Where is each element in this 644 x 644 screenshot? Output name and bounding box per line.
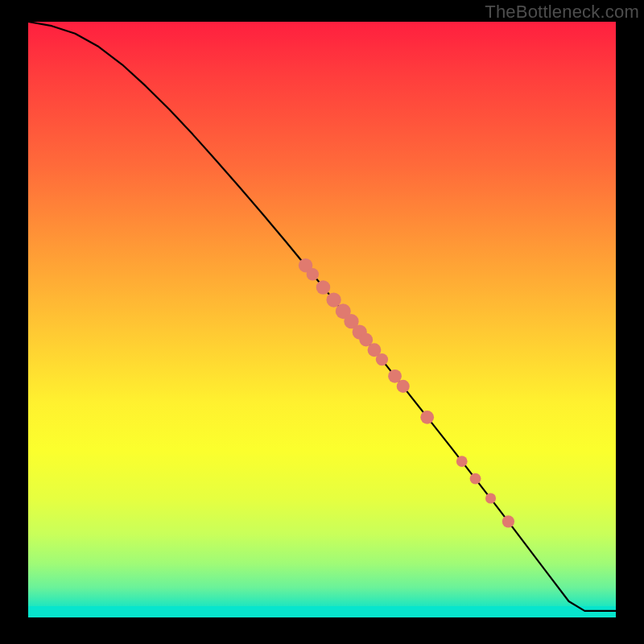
chart-frame: TheBottleneck.com — [0, 0, 644, 644]
plot-area — [28, 22, 616, 617]
data-point — [456, 456, 468, 467]
data-point — [470, 473, 481, 485]
watermark-text: TheBottleneck.com — [485, 2, 639, 23]
chart-svg — [28, 22, 616, 617]
data-point — [502, 515, 514, 527]
data-point — [485, 493, 496, 503]
data-point — [316, 280, 331, 295]
bottleneck-curve — [28, 22, 616, 611]
data-point — [376, 353, 388, 365]
data-point — [420, 411, 434, 424]
data-point — [397, 380, 410, 393]
data-point — [307, 268, 319, 280]
